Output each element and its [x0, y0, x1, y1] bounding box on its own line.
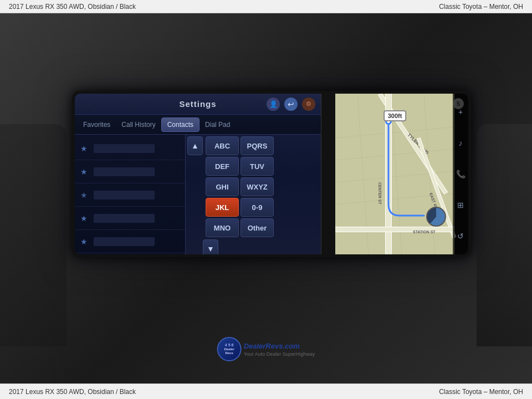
star-icon: ★ [80, 214, 89, 223]
settings-title: Settings [179, 99, 216, 109]
settings-icons: 👤 ↩ ⚙ [267, 98, 315, 111]
top-bar-left: 2017 Lexus RX 350 AWD, Obsidian / Black [9, 3, 136, 11]
star-icon: ★ [80, 237, 89, 246]
bottom-bar-left: 2017 Lexus RX 350 AWD, Obsidian / Black [9, 388, 136, 396]
settings-header: Settings 👤 ↩ ⚙ [75, 94, 321, 115]
distance-text: 300ft [388, 112, 402, 119]
star-icon: ★ [80, 167, 89, 176]
main-area: Settings 👤 ↩ ⚙ Favorites Call History Co… [0, 13, 532, 383]
tab-dial-pad[interactable]: Dial Pad [200, 118, 236, 131]
alpha-cell-wxyz[interactable]: WXYZ [241, 177, 274, 196]
svg-rect-14 [335, 227, 454, 232]
alpha-row: JKL 0-9 [206, 198, 319, 217]
screen-inner: Settings 👤 ↩ ⚙ Favorites Call History Co… [75, 94, 468, 254]
scroll-down-button[interactable]: ▼ [203, 239, 218, 254]
alpha-row: ABC PQRS [206, 136, 319, 155]
zoom-icon[interactable]: + [458, 108, 463, 116]
alpha-cell-mno[interactable]: MNO [206, 218, 239, 237]
screen-bezel: Settings 👤 ↩ ⚙ Favorites Call History Co… [72, 91, 471, 257]
map-distance-badge: 300ft [383, 110, 407, 121]
image-icon[interactable]: ⊞ [457, 201, 464, 209]
music-icon[interactable]: ♪ [459, 139, 463, 147]
svg-text:STATION ST: STATION ST [413, 230, 436, 234]
list-item[interactable]: ★ [75, 137, 185, 160]
logo-circle: 4 5 6 Dealer Revs [217, 337, 242, 361]
car-interior-left [0, 124, 66, 346]
fav-name [94, 144, 155, 153]
fav-name [94, 191, 155, 200]
favorites-list: ★ ★ ★ ★ [75, 135, 186, 254]
map-chart [426, 207, 446, 227]
top-bar: 2017 Lexus RX 350 AWD, Obsidian / Black … [0, 0, 532, 13]
scroll-and-grid: ▲ ABC PQRS DEF TUV [187, 136, 319, 237]
phone-content: ★ ★ ★ ★ [75, 135, 321, 254]
back-icon[interactable]: ↩ [284, 98, 298, 111]
person-icon[interactable]: 👤 [267, 98, 280, 111]
watermark-logo: 4 5 6 Dealer Revs DealerRevs.com Your Au… [217, 337, 315, 361]
phone-icon[interactable]: 📞 [456, 170, 466, 178]
tagline-text: Your Auto Dealer SuperHighway [244, 351, 315, 357]
star-icon: ★ [80, 191, 89, 200]
scroll-buttons: ▲ [187, 136, 203, 237]
watermark: 4 5 6 Dealer Revs DealerRevs.com Your Au… [217, 337, 315, 361]
alpha-cell-pqrs[interactable]: PQRS [241, 136, 274, 155]
star-icon: ★ [80, 144, 89, 153]
alpha-cell-jkl[interactable]: JKL [206, 198, 239, 217]
list-item[interactable]: ★ [75, 183, 185, 207]
logo-text: 4 5 6 Dealer Revs [224, 343, 234, 356]
alpha-row: GHI WXYZ [206, 177, 319, 196]
nav-tabs: Favorites Call History Contacts Dial Pad [75, 115, 321, 135]
alpha-grid: ▲ ABC PQRS DEF TUV [186, 135, 321, 254]
list-item[interactable]: ★ [75, 230, 185, 253]
alpha-row: DEF TUV [206, 157, 319, 176]
map-sidebar: + ♪ 📞 ⊞ ↺ [453, 94, 468, 254]
alpha-cell-ghi[interactable]: GHI [206, 177, 239, 196]
dealer-revs-text: DealerRevs.com [244, 342, 315, 350]
gear-icon[interactable]: ⚙ [302, 98, 315, 111]
top-bar-right: Classic Toyota – Mentor, OH [439, 3, 523, 11]
alpha-cell-other[interactable]: Other [241, 218, 274, 237]
fav-name [94, 214, 155, 223]
fav-name [94, 167, 155, 176]
list-item[interactable]: ★ [75, 207, 185, 230]
svg-text:CENTER ST: CENTER ST [378, 182, 382, 204]
alpha-row: MNO Other [206, 218, 319, 237]
car-interior-right [477, 124, 532, 346]
nav-icon[interactable]: ↺ [457, 232, 464, 241]
tab-call-history[interactable]: Call History [116, 118, 161, 131]
bottom-bar-right: Classic Toyota – Mentor, OH [439, 388, 523, 396]
fav-name [94, 237, 155, 246]
alpha-cell-def[interactable]: DEF [206, 157, 239, 176]
tab-contacts[interactable]: Contacts [161, 117, 200, 132]
tab-favorites[interactable]: Favorites [78, 118, 116, 131]
map-panel: TYLER BLVD CENTER ST EAST AVE STATION [321, 94, 468, 254]
alpha-cell-tuv[interactable]: TUV [241, 157, 274, 176]
bottom-bar: 2017 Lexus RX 350 AWD, Obsidian / Black … [0, 383, 532, 399]
phone-panel: Settings 👤 ↩ ⚙ Favorites Call History Co… [75, 94, 321, 254]
scroll-up-button[interactable]: ▲ [187, 136, 203, 155]
alpha-cell-09[interactable]: 0-9 [241, 198, 274, 217]
list-item[interactable]: ★ [75, 160, 185, 183]
alpha-cell-abc[interactable]: ABC [206, 136, 239, 155]
